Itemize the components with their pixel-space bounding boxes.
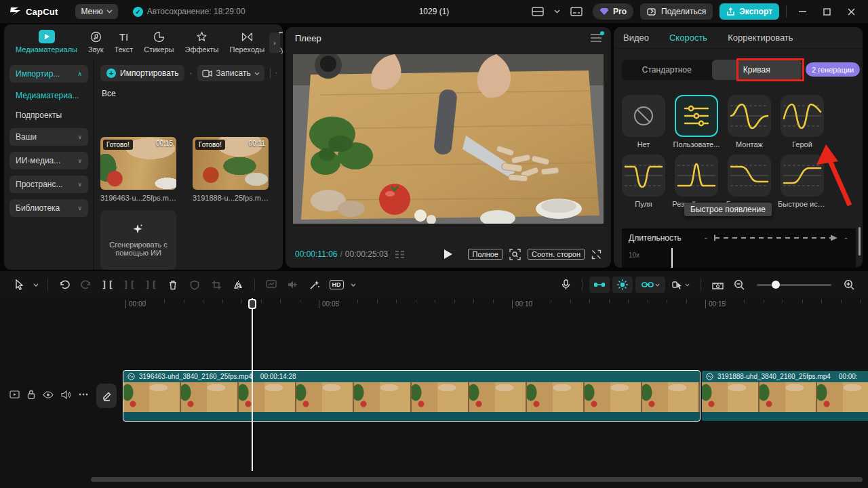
- filter-icon[interactable]: [275, 69, 277, 77]
- import-media-button[interactable]: + Импортировать: [100, 65, 184, 81]
- aspect-ratio-button[interactable]: Соотн. сторон: [528, 249, 585, 260]
- nav-spaces[interactable]: Пространс... ∨: [9, 176, 88, 193]
- mask-icon[interactable]: [185, 275, 204, 294]
- link-clips-button[interactable]: [635, 277, 665, 293]
- track-select-mode-icon[interactable]: [668, 275, 694, 294]
- curve-editor-playhead[interactable]: [671, 248, 673, 268]
- panel-layout-icon[interactable]: [567, 2, 586, 21]
- preset-montage[interactable]: Монтаж: [728, 95, 771, 148]
- tab-text[interactable]: TI Текст: [110, 28, 138, 55]
- share-button[interactable]: Поделиться: [640, 3, 713, 20]
- playhead[interactable]: [252, 298, 253, 471]
- split-icon[interactable]: ][: [98, 275, 117, 294]
- chevron-down-icon[interactable]: [349, 275, 358, 294]
- auto-split-button[interactable]: [612, 277, 633, 293]
- timeline-zoom-slider[interactable]: [757, 284, 831, 286]
- player-menu-icon[interactable]: [591, 34, 601, 42]
- split-right-icon[interactable]: ][: [142, 275, 161, 294]
- preview-zoom-icon[interactable]: [509, 249, 521, 260]
- tab-adjust[interactable]: Корректировать: [728, 33, 793, 43]
- zoom-out-icon[interactable]: [730, 275, 749, 294]
- preset-none[interactable]: Нет: [622, 95, 665, 148]
- playhead-handle[interactable]: [248, 299, 256, 309]
- nav-ai-media[interactable]: ИИ-медиа... ∨: [9, 152, 88, 169]
- jumpcut-curve-icon[interactable]: [675, 155, 718, 197]
- layout-icon[interactable]: [528, 2, 547, 21]
- none-icon[interactable]: [622, 95, 665, 137]
- mirror-icon[interactable]: [229, 275, 248, 294]
- more-options-icon[interactable]: [79, 393, 88, 396]
- nav-subprojects[interactable]: Подпроекты: [9, 108, 88, 122]
- clip-header[interactable]: 3196463-uhd_3840_2160_25fps.mp4 00:00:14…: [123, 371, 700, 382]
- tab-audio[interactable]: Звук: [83, 28, 108, 55]
- search-icon[interactable]: [190, 68, 192, 79]
- hero-curve-icon[interactable]: [781, 95, 824, 137]
- nav-imported[interactable]: Импортир... ∧: [9, 65, 88, 83]
- minimize-button[interactable]: [793, 4, 811, 19]
- pro-button[interactable]: Pro: [593, 3, 633, 20]
- clip-thumbnail[interactable]: Готово! 00:11: [193, 137, 269, 190]
- close-button[interactable]: [842, 4, 860, 19]
- tab-video-settings[interactable]: Видео: [623, 33, 649, 43]
- redo-icon[interactable]: [77, 275, 96, 294]
- fast-in-curve-icon[interactable]: [728, 155, 771, 197]
- preset-custom[interactable]: Пользовате...: [675, 95, 718, 148]
- filter-all-label[interactable]: Все: [95, 81, 283, 98]
- export-button[interactable]: Экспорт: [719, 3, 779, 20]
- play-button[interactable]: [443, 249, 453, 260]
- timeline-scrollbar[interactable]: [91, 477, 863, 482]
- tabstrip-more-button[interactable]: ›: [269, 33, 280, 53]
- timeline-clip-2[interactable]: 3191888-uhd_3840_2160_25fps.mp4 00:00:: [702, 371, 868, 421]
- zoom-in-icon[interactable]: [840, 275, 859, 294]
- fullscreen-icon[interactable]: [591, 249, 601, 260]
- delete-icon[interactable]: [163, 275, 182, 294]
- video-preview[interactable]: [293, 54, 604, 224]
- mode-standard[interactable]: Стандартное: [622, 60, 712, 80]
- microphone-icon[interactable]: [556, 275, 575, 294]
- media-clip-card[interactable]: Готово! 00:11 3191888-u...25fps.mp4: [193, 137, 269, 202]
- clip-filmstrip[interactable]: [123, 382, 700, 412]
- media-clip-card[interactable]: Готово! 00:15 3196463-u...25fps.mp4: [100, 137, 176, 202]
- snap-magnet-button[interactable]: [589, 277, 610, 293]
- tab-stickers[interactable]: Стикеры: [139, 28, 178, 55]
- tab-transitions[interactable]: Переходы: [225, 28, 270, 55]
- visibility-eye-icon[interactable]: [43, 391, 54, 399]
- audio-boost-icon[interactable]: [283, 275, 302, 294]
- chevron-down-icon[interactable]: [554, 9, 560, 14]
- select-cursor-icon[interactable]: [9, 275, 28, 294]
- clip-header[interactable]: 3191888-uhd_3840_2160_25fps.mp4 00:00:: [702, 371, 868, 382]
- zoom-slider-knob[interactable]: [772, 281, 780, 289]
- nav-media-materials[interactable]: Медиаматериа...: [9, 89, 88, 102]
- edit-track-button[interactable]: [96, 384, 117, 408]
- tab-effects[interactable]: Эффекты: [180, 28, 224, 55]
- clip-filmstrip[interactable]: [702, 382, 868, 412]
- clip-thumbnail[interactable]: Готово! 00:15: [100, 137, 176, 190]
- timeline-clip-1[interactable]: 3196463-uhd_3840_2160_25fps.mp4 00:00:14…: [123, 371, 700, 421]
- preset-fast-in[interactable]: Быстрое по...: [728, 155, 771, 208]
- nav-yours[interactable]: Ваши ∨: [9, 128, 88, 146]
- tab-speed[interactable]: Скорость: [669, 33, 707, 43]
- record-button[interactable]: Записать: [197, 65, 264, 81]
- montage-curve-icon[interactable]: [728, 95, 771, 137]
- duration-range-slider[interactable]: [713, 234, 839, 242]
- crop-icon[interactable]: [207, 275, 226, 294]
- inspector-scrollbar[interactable]: [859, 227, 861, 256]
- bullet-curve-icon[interactable]: [622, 155, 665, 197]
- nav-library[interactable]: Библиотека ∨: [9, 199, 88, 217]
- custom-curve-icon[interactable]: [675, 95, 718, 137]
- timeline-ruler[interactable]: 00:00 00:05 00:10 00:15: [0, 298, 868, 311]
- magic-wand-icon[interactable]: [305, 275, 324, 294]
- lock-icon[interactable]: [27, 390, 35, 399]
- undo-icon[interactable]: [55, 275, 74, 294]
- mute-speaker-icon[interactable]: [61, 390, 71, 399]
- timeline-preview-icon[interactable]: [708, 275, 727, 294]
- hd-icon[interactable]: HD: [327, 275, 346, 294]
- maximize-button[interactable]: [818, 4, 835, 19]
- speed-panel-icon[interactable]: [262, 275, 281, 294]
- quality-button[interactable]: Полное: [468, 249, 502, 260]
- frames-view-icon[interactable]: [395, 250, 406, 259]
- curve-editor-strip[interactable]: 10x: [622, 247, 856, 268]
- tab-media[interactable]: Медиаматериалы: [11, 28, 82, 55]
- preset-bullet[interactable]: Пуля: [622, 155, 665, 208]
- split-left-icon[interactable]: ][: [120, 275, 139, 294]
